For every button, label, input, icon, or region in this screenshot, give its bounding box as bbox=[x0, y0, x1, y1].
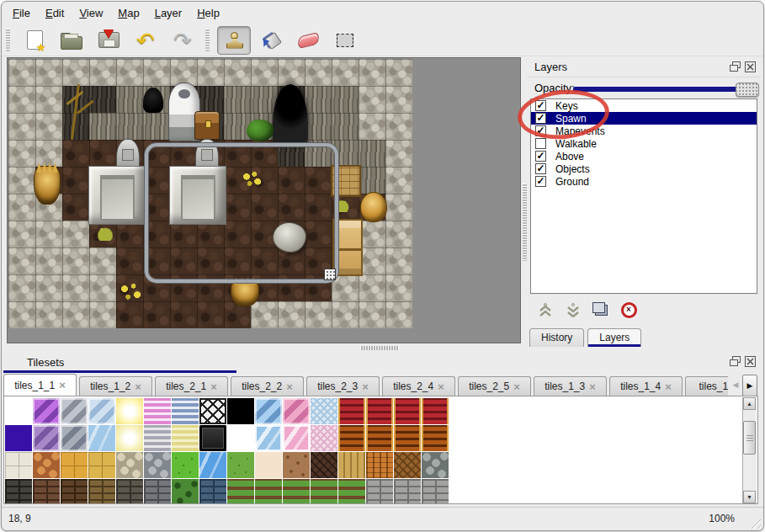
map-tile[interactable] bbox=[359, 59, 385, 86]
palette-tile[interactable] bbox=[61, 452, 88, 478]
map-tile[interactable] bbox=[8, 59, 35, 86]
tab-close-icon[interactable]: × bbox=[513, 380, 520, 393]
map-tile[interactable] bbox=[305, 86, 332, 113]
tileset-tab-tiles_1_4[interactable]: tiles_1_4× bbox=[609, 376, 683, 396]
scroll-up-button[interactable]: ▲ bbox=[743, 397, 756, 410]
palette-tile[interactable] bbox=[5, 425, 32, 451]
tab-close-icon[interactable]: × bbox=[135, 380, 141, 393]
map-tile[interactable] bbox=[197, 113, 224, 140]
palette-tile[interactable] bbox=[116, 398, 143, 424]
palette-tile[interactable] bbox=[283, 452, 310, 478]
close-panel-icon[interactable] bbox=[744, 355, 756, 367]
layer-row-ground[interactable]: ✓Ground bbox=[531, 175, 757, 188]
palette-tile[interactable] bbox=[144, 425, 171, 451]
map-tile[interactable] bbox=[35, 301, 62, 328]
tileset-tab-tiles_2_2[interactable]: tiles_2_2× bbox=[231, 376, 304, 396]
splitter-grip[interactable] bbox=[360, 346, 399, 350]
map-tile[interactable] bbox=[8, 301, 35, 328]
float-panel-icon[interactable] bbox=[729, 61, 741, 72]
palette-tile[interactable] bbox=[116, 479, 143, 504]
layer-row-objects[interactable]: ✓Objects bbox=[531, 162, 757, 175]
palette-tile[interactable] bbox=[61, 398, 88, 424]
layer-checkbox-ground[interactable]: ✓ bbox=[535, 176, 546, 187]
palette-tile[interactable] bbox=[311, 398, 337, 424]
map-tile[interactable] bbox=[251, 86, 278, 113]
select-tool-button[interactable] bbox=[328, 26, 362, 55]
layer-row-spawn[interactable]: ✓Spawn bbox=[531, 112, 757, 125]
map-tile[interactable] bbox=[197, 301, 224, 328]
palette-scrollbar[interactable]: ▲ ▼ bbox=[742, 397, 757, 503]
menu-file[interactable]: File bbox=[5, 4, 38, 22]
palette-tile[interactable] bbox=[338, 425, 365, 451]
palette-tile[interactable] bbox=[88, 425, 115, 451]
map-tile[interactable] bbox=[62, 301, 89, 328]
layer-checkbox-keys[interactable]: ✓ bbox=[535, 100, 546, 111]
map-tile[interactable] bbox=[278, 113, 305, 140]
tileset-tab-tiles_2_5[interactable]: tiles_2_5× bbox=[458, 376, 531, 396]
palette-tile[interactable] bbox=[311, 425, 337, 451]
palette-tile[interactable] bbox=[422, 425, 449, 451]
palette-tile[interactable] bbox=[172, 398, 199, 424]
layer-row-keys[interactable]: ✓Keys bbox=[531, 99, 757, 112]
map-tile[interactable] bbox=[385, 274, 412, 301]
tileset-tab-tiles_1_3[interactable]: tiles_1_3× bbox=[534, 376, 607, 396]
map-tile[interactable] bbox=[8, 113, 35, 140]
redo-button[interactable]: ↷ bbox=[166, 26, 199, 55]
opacity-slider-track[interactable] bbox=[573, 87, 755, 92]
palette-tile[interactable] bbox=[172, 452, 199, 478]
map-tile[interactable] bbox=[35, 247, 62, 274]
map-tile[interactable] bbox=[385, 167, 412, 194]
map-tile[interactable] bbox=[8, 140, 35, 167]
map-tile[interactable] bbox=[251, 59, 278, 86]
resize-grip[interactable] bbox=[748, 516, 761, 529]
scroll-tabs-right-button[interactable]: ▶ bbox=[742, 375, 757, 396]
map-tile[interactable] bbox=[385, 194, 412, 221]
palette-tile[interactable] bbox=[227, 479, 254, 504]
tab-close-icon[interactable]: × bbox=[438, 380, 444, 393]
map-tile[interactable] bbox=[116, 167, 143, 194]
map-tile[interactable] bbox=[143, 59, 170, 86]
map-tile[interactable] bbox=[89, 167, 116, 194]
map-tile[interactable] bbox=[8, 221, 35, 247]
palette-tile[interactable] bbox=[366, 425, 393, 451]
map-tile[interactable] bbox=[332, 301, 359, 328]
layer-row-above[interactable]: ✓Above bbox=[531, 150, 757, 162]
map-tile[interactable] bbox=[116, 59, 143, 86]
map-tile[interactable] bbox=[385, 86, 412, 113]
map-tile[interactable] bbox=[305, 59, 332, 86]
map-tile[interactable] bbox=[224, 59, 251, 86]
map-tile[interactable] bbox=[116, 86, 143, 113]
map-tile[interactable] bbox=[385, 247, 412, 274]
palette-tile[interactable] bbox=[255, 398, 282, 424]
stamp-tool-button[interactable] bbox=[217, 26, 251, 55]
map-tile[interactable] bbox=[278, 86, 305, 113]
palette-tile[interactable] bbox=[33, 398, 60, 424]
opacity-slider-handle[interactable] bbox=[736, 82, 759, 97]
palette-tile[interactable] bbox=[144, 479, 171, 504]
map-tile[interactable] bbox=[89, 113, 116, 140]
palette-tile[interactable] bbox=[172, 425, 199, 451]
palette-tile[interactable] bbox=[199, 479, 226, 504]
map-tile[interactable] bbox=[116, 274, 143, 301]
tileset-tab-tiles_1_1[interactable]: tiles_1_1× bbox=[3, 374, 77, 396]
map-tile[interactable] bbox=[359, 247, 385, 274]
map-tile[interactable] bbox=[251, 113, 278, 140]
vertical-splitter[interactable] bbox=[522, 57, 528, 343]
map-tile[interactable] bbox=[278, 59, 305, 86]
close-panel-icon[interactable] bbox=[744, 61, 756, 72]
tab-close-icon[interactable]: × bbox=[589, 380, 596, 393]
scroll-tabs-left-button[interactable]: ◀ bbox=[729, 375, 742, 395]
map-tile[interactable] bbox=[62, 113, 89, 140]
palette-tile[interactable] bbox=[61, 425, 88, 451]
palette-tile[interactable] bbox=[422, 479, 449, 504]
layer-checkbox-mapevents[interactable]: ✓ bbox=[535, 125, 546, 136]
menu-view[interactable]: View bbox=[72, 4, 110, 22]
palette-tile[interactable] bbox=[61, 479, 88, 504]
map-tile[interactable] bbox=[224, 113, 251, 140]
tab-close-icon[interactable]: × bbox=[59, 379, 66, 391]
map-tile[interactable] bbox=[170, 59, 197, 86]
map-tile[interactable] bbox=[197, 59, 224, 86]
palette-tile[interactable] bbox=[338, 479, 365, 504]
map-tile[interactable] bbox=[332, 59, 359, 86]
map-tile[interactable] bbox=[89, 59, 116, 86]
